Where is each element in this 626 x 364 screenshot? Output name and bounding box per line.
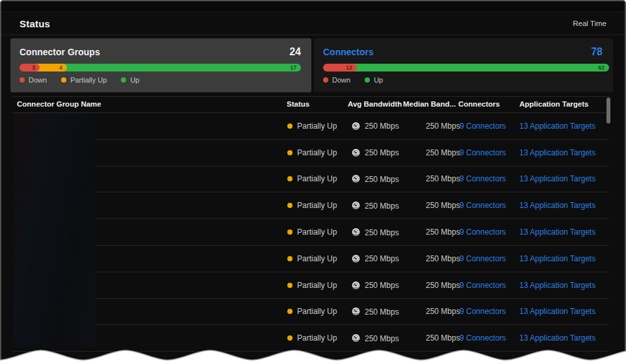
connectors-panel[interactable]: Connectors 78 1262 DownUp <box>314 38 613 92</box>
application-targets-link[interactable]: 13 Application Targets <box>519 281 595 290</box>
legend-item: Partially Up <box>61 76 107 84</box>
status-cell: Partially Up <box>287 228 337 237</box>
table-row[interactable]: Partially Up 250 Mbps 250 Mbps 9 Connect… <box>13 140 609 166</box>
status-dot-icon <box>287 124 293 129</box>
avg-bandwidth-cell: 250 Mbps <box>351 254 399 263</box>
median-bandwidth-value: 250 Mbps <box>426 228 460 237</box>
table-header-row: Connector Group NameStatusAvg BandwidthM… <box>13 96 609 113</box>
gauge-icon <box>351 201 361 211</box>
gauge-icon <box>351 280 361 290</box>
median-bandwidth-value: 250 Mbps <box>426 122 460 131</box>
avg-bandwidth-value: 250 Mbps <box>365 174 399 183</box>
avg-bandwidth-value: 250 Mbps <box>365 122 399 131</box>
table-row[interactable]: Partially Up 250 Mbps 250 Mbps 9 Connect… <box>13 192 609 219</box>
connector-groups-status-bar: 3417 <box>20 64 301 72</box>
connector-groups-title: Connector Groups <box>20 47 100 57</box>
vertical-scrollbar-thumb[interactable] <box>606 98 610 124</box>
legend-dot-icon <box>20 77 25 83</box>
status-label: Partially Up <box>297 174 337 183</box>
application-targets-link[interactable]: 13 Application Targets <box>519 254 595 263</box>
application-targets-link[interactable]: 13 Application Targets <box>519 201 595 210</box>
column-header[interactable]: Status <box>287 100 309 108</box>
table-row[interactable]: Partially Up 250 Mbps 250 Mbps 9 Connect… <box>13 299 609 326</box>
column-header[interactable]: Median Band... <box>403 100 456 108</box>
table-row[interactable]: Partially Up 250 Mbps 250 Mbps 9 Connect… <box>13 113 609 140</box>
status-dot-icon <box>287 256 293 261</box>
avg-bandwidth-cell: 250 Mbps <box>351 174 399 184</box>
connector-groups-panel[interactable]: Connector Groups 24 3417 DownPartially U… <box>10 38 311 92</box>
median-bandwidth-value: 250 Mbps <box>426 201 460 210</box>
avg-bandwidth-value: 250 Mbps <box>365 148 399 157</box>
connector-groups-titlerow: Connector Groups 24 <box>20 46 301 58</box>
table-row[interactable]: Partially Up 250 Mbps 250 Mbps 9 Connect… <box>13 246 609 272</box>
connectors-link[interactable]: 9 Connectors <box>460 333 506 343</box>
status-label: Partially Up <box>297 148 337 157</box>
connectors-link[interactable]: 9 Connectors <box>460 228 506 237</box>
status-dot-icon <box>287 335 293 341</box>
legend-item: Down <box>323 76 350 84</box>
connectors-link[interactable]: 9 Connectors <box>460 307 506 316</box>
avg-bandwidth-value: 250 Mbps <box>365 201 399 210</box>
legend-item: Up <box>121 76 139 84</box>
avg-bandwidth-value: 250 Mbps <box>365 333 399 343</box>
connectors-title-link[interactable]: Connectors <box>323 47 374 57</box>
legend-dot-icon <box>121 77 126 83</box>
avg-bandwidth-cell: 250 Mbps <box>351 228 399 237</box>
connectors-link[interactable]: 9 Connectors <box>460 148 506 157</box>
status-dashboard: Status Real Time Connector Groups 24 341… <box>0 0 626 364</box>
median-bandwidth-value: 250 Mbps <box>426 254 460 263</box>
application-targets-link[interactable]: 13 Application Targets <box>519 148 595 157</box>
application-targets-link[interactable]: 13 Application Targets <box>519 122 595 131</box>
summary-panels: Connector Groups 24 3417 DownPartially U… <box>10 38 613 92</box>
legend-dot-icon <box>365 77 370 83</box>
gauge-icon <box>351 307 361 317</box>
avg-bandwidth-cell: 250 Mbps <box>351 307 399 317</box>
avg-bandwidth-cell: 250 Mbps <box>351 280 399 290</box>
connectors-link[interactable]: 9 Connectors <box>460 254 506 263</box>
torn-edge-wave <box>0 348 626 364</box>
column-header[interactable]: Connector Group Name <box>17 100 101 108</box>
median-bandwidth-value: 250 Mbps <box>426 174 460 183</box>
status-cell: Partially Up <box>287 254 337 263</box>
table-row[interactable]: Partially Up 250 Mbps 250 Mbps 9 Connect… <box>13 166 609 193</box>
status-dot-icon <box>287 309 293 314</box>
application-targets-link[interactable]: 13 Application Targets <box>519 307 595 316</box>
status-cell: Partially Up <box>287 333 337 343</box>
status-dot-icon <box>287 229 293 235</box>
median-bandwidth-value: 250 Mbps <box>426 307 460 316</box>
connectors-link[interactable]: 9 Connectors <box>460 201 506 210</box>
gauge-icon <box>351 333 361 343</box>
column-header[interactable]: Avg Bandwidth <box>348 100 402 108</box>
legend-item: Down <box>20 76 47 84</box>
connectors-link[interactable]: 9 Connectors <box>460 122 506 131</box>
connector-groups-legend: DownPartially UpUp <box>20 76 301 84</box>
window-top-strip <box>1 1 625 12</box>
table-row[interactable]: Partially Up 250 Mbps 250 Mbps 9 Connect… <box>13 272 609 299</box>
gauge-icon <box>351 148 361 157</box>
avg-bandwidth-cell: 250 Mbps <box>351 333 399 343</box>
gauge-icon <box>351 228 361 237</box>
application-targets-link[interactable]: 13 Application Targets <box>519 333 595 343</box>
status-dot-icon <box>287 203 293 208</box>
avg-bandwidth-value: 250 Mbps <box>365 254 399 263</box>
table-body: Partially Up 250 Mbps 250 Mbps 9 Connect… <box>13 113 609 364</box>
column-header[interactable]: Application Targets <box>519 100 589 108</box>
application-targets-link[interactable]: 13 Application Targets <box>519 174 595 183</box>
status-cell: Partially Up <box>287 201 337 210</box>
connectors-count: 78 <box>591 46 603 58</box>
table-row[interactable]: Partially Up 250 Mbps 250 Mbps 9 Connect… <box>13 219 609 246</box>
gauge-icon <box>351 174 361 184</box>
page-title: Status <box>20 18 50 29</box>
legend-label: Partially Up <box>70 76 107 84</box>
status-label: Partially Up <box>297 122 337 131</box>
legend-item: Up <box>365 76 383 84</box>
connectors-link[interactable]: 9 Connectors <box>460 174 506 183</box>
bar-segment-down: 12 <box>323 64 357 72</box>
avg-bandwidth-value: 250 Mbps <box>365 307 399 316</box>
application-targets-link[interactable]: 13 Application Targets <box>519 228 595 237</box>
column-header[interactable]: Connectors <box>458 100 500 108</box>
legend-dot-icon <box>323 77 328 83</box>
connectors-link[interactable]: 9 Connectors <box>460 281 506 290</box>
connector-groups-table: Connector Group NameStatusAvg BandwidthM… <box>13 96 609 363</box>
status-cell: Partially Up <box>287 307 337 316</box>
